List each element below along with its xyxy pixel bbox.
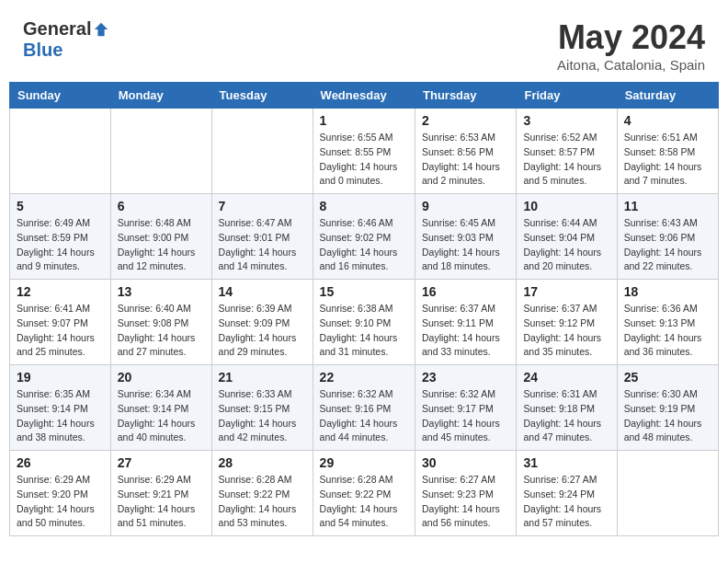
day-info: Sunrise: 6:43 AMSunset: 9:06 PMDaylight:… — [624, 216, 711, 274]
calendar-cell: 8Sunrise: 6:46 AMSunset: 9:02 PMDaylight… — [313, 194, 415, 280]
day-number: 2 — [422, 113, 509, 128]
calendar-cell: 28Sunrise: 6:28 AMSunset: 9:22 PMDayligh… — [211, 451, 313, 536]
title-area: May 2024 Aitona, Catalonia, Spain — [557, 18, 705, 73]
day-number: 16 — [422, 284, 509, 299]
calendar-table: SundayMondayTuesdayWednesdayThursdayFrid… — [9, 82, 719, 536]
day-number: 19 — [17, 370, 104, 385]
day-number: 8 — [320, 199, 408, 213]
day-number: 7 — [219, 199, 306, 213]
day-info: Sunrise: 6:31 AMSunset: 9:18 PMDaylight:… — [523, 387, 609, 445]
day-info: Sunrise: 6:47 AMSunset: 9:01 PMDaylight:… — [219, 216, 306, 274]
calendar-cell: 13Sunrise: 6:40 AMSunset: 9:08 PMDayligh… — [110, 280, 211, 365]
day-number: 15 — [320, 284, 408, 299]
day-info: Sunrise: 6:37 AMSunset: 9:11 PMDaylight:… — [422, 302, 509, 360]
logo-icon — [93, 21, 109, 38]
day-info: Sunrise: 6:48 AMSunset: 9:00 PMDaylight:… — [118, 216, 205, 274]
day-number: 22 — [320, 370, 408, 385]
calendar-cell: 16Sunrise: 6:37 AMSunset: 9:11 PMDayligh… — [415, 280, 517, 365]
calendar-cell: 4Sunrise: 6:51 AMSunset: 8:58 PMDaylight… — [617, 109, 718, 194]
day-number: 25 — [624, 370, 711, 385]
calendar-cell: 18Sunrise: 6:36 AMSunset: 9:13 PMDayligh… — [617, 280, 718, 365]
calendar-cell: 2Sunrise: 6:53 AMSunset: 8:56 PMDaylight… — [415, 109, 517, 194]
day-info: Sunrise: 6:52 AMSunset: 8:57 PMDaylight:… — [523, 131, 609, 189]
day-info: Sunrise: 6:44 AMSunset: 9:04 PMDaylight:… — [523, 216, 609, 274]
weekday-header-row: SundayMondayTuesdayWednesdayThursdayFrid… — [10, 83, 719, 109]
day-number: 21 — [219, 370, 306, 385]
calendar-week-row: 12Sunrise: 6:41 AMSunset: 9:07 PMDayligh… — [10, 280, 719, 365]
day-number: 30 — [422, 455, 509, 470]
weekday-header: Thursday — [415, 83, 517, 109]
calendar-cell: 26Sunrise: 6:29 AMSunset: 9:20 PMDayligh… — [10, 451, 111, 536]
day-info: Sunrise: 6:32 AMSunset: 9:17 PMDaylight:… — [422, 387, 509, 445]
calendar-week-row: 5Sunrise: 6:49 AMSunset: 8:59 PMDaylight… — [10, 194, 719, 280]
calendar-cell: 30Sunrise: 6:27 AMSunset: 9:23 PMDayligh… — [415, 451, 517, 536]
day-info: Sunrise: 6:55 AMSunset: 8:55 PMDaylight:… — [320, 131, 408, 189]
calendar-cell: 27Sunrise: 6:29 AMSunset: 9:21 PMDayligh… — [110, 451, 211, 536]
day-number: 24 — [523, 370, 609, 385]
day-info: Sunrise: 6:53 AMSunset: 8:56 PMDaylight:… — [422, 131, 509, 189]
day-number: 6 — [118, 199, 205, 213]
calendar-cell: 21Sunrise: 6:33 AMSunset: 9:15 PMDayligh… — [211, 365, 313, 451]
day-number: 10 — [523, 199, 609, 213]
weekday-header: Tuesday — [211, 83, 313, 109]
day-info: Sunrise: 6:27 AMSunset: 9:23 PMDaylight:… — [422, 473, 509, 531]
logo-general: General — [23, 18, 91, 40]
calendar-cell: 19Sunrise: 6:35 AMSunset: 9:14 PMDayligh… — [10, 365, 111, 451]
day-info: Sunrise: 6:37 AMSunset: 9:12 PMDaylight:… — [523, 302, 609, 360]
calendar-cell: 1Sunrise: 6:55 AMSunset: 8:55 PMDaylight… — [313, 109, 415, 194]
day-number: 4 — [624, 113, 711, 128]
day-number: 31 — [523, 455, 609, 470]
calendar-cell: 9Sunrise: 6:45 AMSunset: 9:03 PMDaylight… — [415, 194, 517, 280]
day-info: Sunrise: 6:51 AMSunset: 8:58 PMDaylight:… — [624, 131, 711, 189]
day-info: Sunrise: 6:39 AMSunset: 9:09 PMDaylight:… — [219, 302, 306, 360]
weekday-header: Friday — [517, 83, 617, 109]
calendar-week-row: 26Sunrise: 6:29 AMSunset: 9:20 PMDayligh… — [10, 451, 719, 536]
day-info: Sunrise: 6:27 AMSunset: 9:24 PMDaylight:… — [523, 473, 609, 531]
day-info: Sunrise: 6:29 AMSunset: 9:21 PMDaylight:… — [118, 473, 205, 531]
page-header: General Blue May 2024 Aitona, Catalonia,… — [9, 9, 719, 77]
weekday-header: Wednesday — [313, 83, 415, 109]
day-number: 17 — [523, 284, 609, 299]
calendar-cell: 22Sunrise: 6:32 AMSunset: 9:16 PMDayligh… — [313, 365, 415, 451]
day-info: Sunrise: 6:40 AMSunset: 9:08 PMDaylight:… — [118, 302, 205, 360]
calendar-cell: 3Sunrise: 6:52 AMSunset: 8:57 PMDaylight… — [517, 109, 617, 194]
calendar-cell: 14Sunrise: 6:39 AMSunset: 9:09 PMDayligh… — [211, 280, 313, 365]
day-number: 26 — [17, 455, 104, 470]
calendar-cell: 24Sunrise: 6:31 AMSunset: 9:18 PMDayligh… — [517, 365, 617, 451]
day-number: 3 — [523, 113, 609, 128]
day-number: 5 — [17, 199, 104, 213]
weekday-header: Saturday — [617, 83, 718, 109]
day-number: 9 — [422, 199, 509, 213]
day-info: Sunrise: 6:36 AMSunset: 9:13 PMDaylight:… — [624, 302, 711, 360]
location: Aitona, Catalonia, Spain — [557, 57, 705, 73]
calendar-cell: 11Sunrise: 6:43 AMSunset: 9:06 PMDayligh… — [617, 194, 718, 280]
day-info: Sunrise: 6:35 AMSunset: 9:14 PMDaylight:… — [17, 387, 104, 445]
day-info: Sunrise: 6:41 AMSunset: 9:07 PMDaylight:… — [17, 302, 104, 360]
day-number: 28 — [219, 455, 306, 470]
calendar-cell: 31Sunrise: 6:27 AMSunset: 9:24 PMDayligh… — [517, 451, 617, 536]
day-info: Sunrise: 6:34 AMSunset: 9:14 PMDaylight:… — [118, 387, 205, 445]
day-number: 14 — [219, 284, 306, 299]
day-number: 18 — [624, 284, 711, 299]
calendar-cell: 7Sunrise: 6:47 AMSunset: 9:01 PMDaylight… — [211, 194, 313, 280]
day-info: Sunrise: 6:28 AMSunset: 9:22 PMDaylight:… — [320, 473, 408, 531]
day-number: 11 — [624, 199, 711, 213]
day-number: 12 — [17, 284, 104, 299]
calendar-cell: 10Sunrise: 6:44 AMSunset: 9:04 PMDayligh… — [517, 194, 617, 280]
calendar-cell: 25Sunrise: 6:30 AMSunset: 9:19 PMDayligh… — [617, 365, 718, 451]
logo: General Blue — [23, 18, 109, 61]
calendar-cell — [10, 109, 111, 194]
day-info: Sunrise: 6:46 AMSunset: 9:02 PMDaylight:… — [320, 216, 408, 274]
day-number: 20 — [118, 370, 205, 385]
day-number: 13 — [118, 284, 205, 299]
calendar-cell: 20Sunrise: 6:34 AMSunset: 9:14 PMDayligh… — [110, 365, 211, 451]
weekday-header: Monday — [110, 83, 211, 109]
calendar-cell — [617, 451, 718, 536]
logo-blue: Blue — [23, 40, 63, 60]
calendar-cell: 5Sunrise: 6:49 AMSunset: 8:59 PMDaylight… — [10, 194, 111, 280]
calendar-week-row: 19Sunrise: 6:35 AMSunset: 9:14 PMDayligh… — [10, 365, 719, 451]
day-number: 23 — [422, 370, 509, 385]
calendar-cell: 6Sunrise: 6:48 AMSunset: 9:00 PMDaylight… — [110, 194, 211, 280]
calendar-cell — [211, 109, 313, 194]
day-info: Sunrise: 6:38 AMSunset: 9:10 PMDaylight:… — [320, 302, 408, 360]
